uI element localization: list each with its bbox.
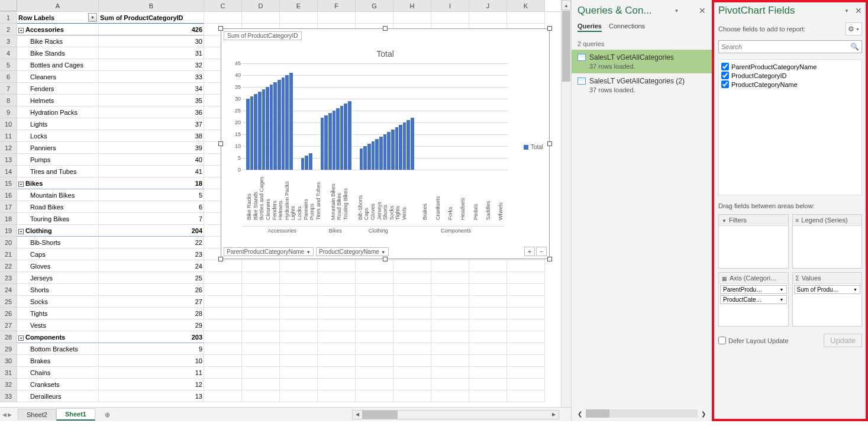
resize-handle[interactable]: [383, 257, 388, 261]
cell[interactable]: [507, 331, 545, 343]
cell[interactable]: [356, 296, 393, 308]
cell[interactable]: Cleaners: [17, 71, 99, 83]
row-header[interactable]: 20: [0, 237, 17, 248]
cell[interactable]: [318, 367, 356, 379]
cell[interactable]: 31: [99, 47, 204, 59]
cell[interactable]: [280, 12, 318, 24]
expand-field-button[interactable]: +: [524, 247, 535, 256]
cell[interactable]: [280, 319, 318, 331]
column-header-i[interactable]: I: [431, 0, 469, 11]
cell[interactable]: 7: [99, 213, 204, 225]
cell[interactable]: 28: [99, 308, 204, 319]
cell[interactable]: [204, 319, 242, 331]
field-list[interactable]: ParentProductCategoryNameProductCategory…: [718, 59, 862, 195]
cell[interactable]: [356, 319, 393, 331]
cell[interactable]: [507, 379, 545, 390]
cell[interactable]: [356, 379, 393, 390]
chart-bar[interactable]: [348, 101, 351, 170]
cell[interactable]: [507, 355, 545, 367]
cell[interactable]: [242, 272, 280, 284]
cell[interactable]: 10: [99, 355, 204, 367]
chart-bar[interactable]: [360, 148, 363, 170]
cell[interactable]: [507, 343, 545, 355]
collapse-button[interactable]: -: [18, 229, 24, 234]
row-header[interactable]: 8: [0, 95, 17, 106]
cell[interactable]: -Clothing: [17, 225, 99, 237]
cell[interactable]: Sum of ProductCategoryID: [99, 12, 204, 24]
cell[interactable]: [280, 308, 318, 319]
row-header[interactable]: 29: [0, 343, 17, 355]
chart-bar[interactable]: [270, 85, 273, 170]
cell[interactable]: 25: [99, 272, 204, 284]
row-header[interactable]: 21: [0, 248, 17, 260]
cell[interactable]: 5: [99, 189, 204, 201]
cell[interactable]: 12: [99, 379, 204, 390]
cell[interactable]: [431, 319, 469, 331]
cell[interactable]: [242, 390, 280, 402]
column-header-c[interactable]: C: [204, 0, 242, 11]
scroll-right-icon[interactable]: ❯: [701, 411, 706, 417]
chart-title[interactable]: Total: [221, 49, 549, 59]
cell[interactable]: Hydration Packs: [17, 106, 99, 118]
cell[interactable]: [393, 355, 431, 367]
cell[interactable]: [318, 379, 356, 390]
cell[interactable]: [356, 331, 393, 343]
scroll-thumb[interactable]: [562, 11, 570, 82]
cell[interactable]: Cranksets: [17, 379, 99, 390]
cell[interactable]: [431, 379, 469, 390]
chart-bar[interactable]: [289, 73, 293, 170]
cell[interactable]: 35: [99, 95, 204, 106]
chart-bar[interactable]: [254, 94, 257, 170]
tab-queries[interactable]: Queries: [577, 22, 602, 32]
cell[interactable]: [242, 343, 280, 355]
cell[interactable]: [242, 379, 280, 390]
scroll-left-icon[interactable]: ❮: [577, 411, 582, 417]
collapse-button[interactable]: -: [18, 182, 24, 187]
cell[interactable]: Fenders: [17, 83, 99, 95]
cell[interactable]: [242, 284, 280, 296]
chart-bar[interactable]: [321, 118, 324, 170]
resize-handle[interactable]: [218, 26, 223, 31]
qscroll-thumb[interactable]: [586, 409, 609, 418]
chart-bar[interactable]: [340, 106, 344, 170]
row-header[interactable]: 17: [0, 201, 17, 213]
cell[interactable]: [393, 296, 431, 308]
row-header[interactable]: 26: [0, 308, 17, 319]
row-labels-filter[interactable]: ▼: [88, 13, 97, 22]
chart-bars[interactable]: [242, 63, 508, 170]
cell[interactable]: 426: [99, 24, 204, 35]
row-header[interactable]: 16: [0, 189, 17, 201]
cell[interactable]: [204, 379, 242, 390]
cell[interactable]: Bike Stands: [17, 47, 99, 59]
cell[interactable]: [318, 308, 356, 319]
cell[interactable]: [280, 367, 318, 379]
cell[interactable]: [204, 12, 242, 24]
row-header[interactable]: 2: [0, 24, 17, 35]
cell[interactable]: [204, 367, 242, 379]
cell[interactable]: [356, 260, 393, 272]
cell[interactable]: [393, 319, 431, 331]
cell[interactable]: 204: [99, 225, 204, 237]
cell[interactable]: 32: [99, 59, 204, 71]
close-queries-pane[interactable]: ✕: [699, 6, 706, 15]
chart-bar[interactable]: [282, 77, 285, 170]
cell[interactable]: 13: [99, 390, 204, 402]
cell[interactable]: [356, 343, 393, 355]
chart-bar[interactable]: [250, 96, 254, 170]
row-header[interactable]: 7: [0, 83, 17, 95]
chart-bar[interactable]: [324, 115, 328, 170]
cell[interactable]: [318, 284, 356, 296]
chart-bar[interactable]: [309, 153, 312, 170]
row-header[interactable]: 12: [0, 142, 17, 154]
cell[interactable]: [469, 12, 507, 24]
cell[interactable]: [242, 319, 280, 331]
cell[interactable]: [204, 343, 242, 355]
cell[interactable]: [469, 390, 507, 402]
row-header[interactable]: 11: [0, 130, 17, 142]
cell[interactable]: [507, 260, 545, 272]
cell[interactable]: [242, 331, 280, 343]
cell[interactable]: 39: [99, 142, 204, 154]
cell[interactable]: [393, 379, 431, 390]
field-list-options-button[interactable]: ⚙ ▼: [846, 22, 862, 35]
cell[interactable]: Mountain Bikes: [17, 189, 99, 201]
